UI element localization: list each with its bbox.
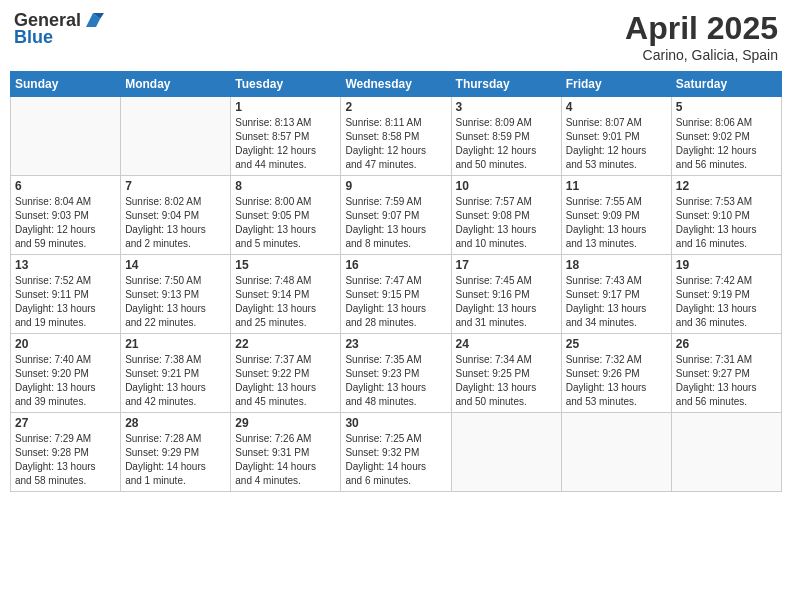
cell-text: Sunrise: 8:06 AM Sunset: 9:02 PM Dayligh… [676,116,777,172]
day-number: 20 [15,337,116,351]
day-number: 21 [125,337,226,351]
day-number: 29 [235,416,336,430]
page-header: General Blue April 2025 Carino, Galicia,… [10,10,782,63]
cell-text: Sunrise: 7:53 AM Sunset: 9:10 PM Dayligh… [676,195,777,251]
calendar-cell [121,97,231,176]
calendar-cell: 17Sunrise: 7:45 AM Sunset: 9:16 PM Dayli… [451,255,561,334]
calendar-cell: 10Sunrise: 7:57 AM Sunset: 9:08 PM Dayli… [451,176,561,255]
calendar-cell [11,97,121,176]
cell-text: Sunrise: 7:25 AM Sunset: 9:32 PM Dayligh… [345,432,446,488]
calendar-cell: 21Sunrise: 7:38 AM Sunset: 9:21 PM Dayli… [121,334,231,413]
cell-text: Sunrise: 7:38 AM Sunset: 9:21 PM Dayligh… [125,353,226,409]
day-number: 7 [125,179,226,193]
day-number: 14 [125,258,226,272]
cell-text: Sunrise: 8:00 AM Sunset: 9:05 PM Dayligh… [235,195,336,251]
calendar-cell: 11Sunrise: 7:55 AM Sunset: 9:09 PM Dayli… [561,176,671,255]
calendar-cell: 1Sunrise: 8:13 AM Sunset: 8:57 PM Daylig… [231,97,341,176]
cell-text: Sunrise: 7:32 AM Sunset: 9:26 PM Dayligh… [566,353,667,409]
cell-text: Sunrise: 8:09 AM Sunset: 8:59 PM Dayligh… [456,116,557,172]
cell-text: Sunrise: 7:52 AM Sunset: 9:11 PM Dayligh… [15,274,116,330]
day-number: 12 [676,179,777,193]
day-number: 3 [456,100,557,114]
location: Carino, Galicia, Spain [625,47,778,63]
cell-text: Sunrise: 7:55 AM Sunset: 9:09 PM Dayligh… [566,195,667,251]
calendar-week-row: 1Sunrise: 8:13 AM Sunset: 8:57 PM Daylig… [11,97,782,176]
cell-text: Sunrise: 7:29 AM Sunset: 9:28 PM Dayligh… [15,432,116,488]
weekday-header-tuesday: Tuesday [231,72,341,97]
cell-text: Sunrise: 8:13 AM Sunset: 8:57 PM Dayligh… [235,116,336,172]
logo: General Blue [14,10,104,48]
day-number: 11 [566,179,667,193]
weekday-header-friday: Friday [561,72,671,97]
logo-icon [82,9,104,31]
calendar-week-row: 20Sunrise: 7:40 AM Sunset: 9:20 PM Dayli… [11,334,782,413]
cell-text: Sunrise: 7:50 AM Sunset: 9:13 PM Dayligh… [125,274,226,330]
calendar-cell: 27Sunrise: 7:29 AM Sunset: 9:28 PM Dayli… [11,413,121,492]
day-number: 18 [566,258,667,272]
calendar-cell: 3Sunrise: 8:09 AM Sunset: 8:59 PM Daylig… [451,97,561,176]
cell-text: Sunrise: 7:45 AM Sunset: 9:16 PM Dayligh… [456,274,557,330]
calendar-cell: 5Sunrise: 8:06 AM Sunset: 9:02 PM Daylig… [671,97,781,176]
calendar-week-row: 13Sunrise: 7:52 AM Sunset: 9:11 PM Dayli… [11,255,782,334]
cell-text: Sunrise: 7:31 AM Sunset: 9:27 PM Dayligh… [676,353,777,409]
day-number: 2 [345,100,446,114]
day-number: 25 [566,337,667,351]
day-number: 23 [345,337,446,351]
cell-text: Sunrise: 7:34 AM Sunset: 9:25 PM Dayligh… [456,353,557,409]
calendar-cell: 29Sunrise: 7:26 AM Sunset: 9:31 PM Dayli… [231,413,341,492]
day-number: 27 [15,416,116,430]
calendar-cell: 13Sunrise: 7:52 AM Sunset: 9:11 PM Dayli… [11,255,121,334]
cell-text: Sunrise: 8:02 AM Sunset: 9:04 PM Dayligh… [125,195,226,251]
calendar-cell: 28Sunrise: 7:28 AM Sunset: 9:29 PM Dayli… [121,413,231,492]
calendar-cell: 18Sunrise: 7:43 AM Sunset: 9:17 PM Dayli… [561,255,671,334]
calendar-cell: 7Sunrise: 8:02 AM Sunset: 9:04 PM Daylig… [121,176,231,255]
calendar-cell: 16Sunrise: 7:47 AM Sunset: 9:15 PM Dayli… [341,255,451,334]
calendar-cell [561,413,671,492]
day-number: 6 [15,179,116,193]
cell-text: Sunrise: 7:26 AM Sunset: 9:31 PM Dayligh… [235,432,336,488]
cell-text: Sunrise: 7:37 AM Sunset: 9:22 PM Dayligh… [235,353,336,409]
cell-text: Sunrise: 8:11 AM Sunset: 8:58 PM Dayligh… [345,116,446,172]
cell-text: Sunrise: 7:59 AM Sunset: 9:07 PM Dayligh… [345,195,446,251]
calendar-cell: 2Sunrise: 8:11 AM Sunset: 8:58 PM Daylig… [341,97,451,176]
day-number: 4 [566,100,667,114]
day-number: 17 [456,258,557,272]
cell-text: Sunrise: 7:40 AM Sunset: 9:20 PM Dayligh… [15,353,116,409]
calendar-cell [451,413,561,492]
weekday-header-monday: Monday [121,72,231,97]
calendar-cell: 23Sunrise: 7:35 AM Sunset: 9:23 PM Dayli… [341,334,451,413]
calendar-cell: 12Sunrise: 7:53 AM Sunset: 9:10 PM Dayli… [671,176,781,255]
calendar-cell: 25Sunrise: 7:32 AM Sunset: 9:26 PM Dayli… [561,334,671,413]
calendar-cell: 14Sunrise: 7:50 AM Sunset: 9:13 PM Dayli… [121,255,231,334]
day-number: 30 [345,416,446,430]
month-year: April 2025 [625,10,778,47]
day-number: 28 [125,416,226,430]
cell-text: Sunrise: 7:42 AM Sunset: 9:19 PM Dayligh… [676,274,777,330]
day-number: 9 [345,179,446,193]
calendar-cell: 8Sunrise: 8:00 AM Sunset: 9:05 PM Daylig… [231,176,341,255]
day-number: 15 [235,258,336,272]
title-block: April 2025 Carino, Galicia, Spain [625,10,778,63]
day-number: 22 [235,337,336,351]
calendar-cell: 22Sunrise: 7:37 AM Sunset: 9:22 PM Dayli… [231,334,341,413]
calendar-cell [671,413,781,492]
logo-blue: Blue [14,27,53,48]
cell-text: Sunrise: 7:43 AM Sunset: 9:17 PM Dayligh… [566,274,667,330]
weekday-header-sunday: Sunday [11,72,121,97]
day-number: 1 [235,100,336,114]
cell-text: Sunrise: 7:48 AM Sunset: 9:14 PM Dayligh… [235,274,336,330]
cell-text: Sunrise: 7:47 AM Sunset: 9:15 PM Dayligh… [345,274,446,330]
calendar-cell: 6Sunrise: 8:04 AM Sunset: 9:03 PM Daylig… [11,176,121,255]
calendar-cell: 26Sunrise: 7:31 AM Sunset: 9:27 PM Dayli… [671,334,781,413]
calendar-cell: 20Sunrise: 7:40 AM Sunset: 9:20 PM Dayli… [11,334,121,413]
day-number: 16 [345,258,446,272]
day-number: 10 [456,179,557,193]
day-number: 19 [676,258,777,272]
cell-text: Sunrise: 8:04 AM Sunset: 9:03 PM Dayligh… [15,195,116,251]
cell-text: Sunrise: 7:57 AM Sunset: 9:08 PM Dayligh… [456,195,557,251]
weekday-header-saturday: Saturday [671,72,781,97]
calendar-cell: 19Sunrise: 7:42 AM Sunset: 9:19 PM Dayli… [671,255,781,334]
calendar-cell: 9Sunrise: 7:59 AM Sunset: 9:07 PM Daylig… [341,176,451,255]
calendar-cell: 4Sunrise: 8:07 AM Sunset: 9:01 PM Daylig… [561,97,671,176]
day-number: 26 [676,337,777,351]
